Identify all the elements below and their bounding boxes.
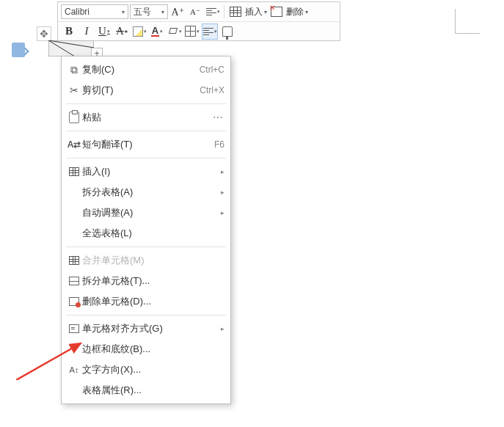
sidebar-document-icon[interactable] [12,43,25,57]
chevron-down-icon: ▾ [305,9,308,15]
font-color-icon: A [151,26,159,37]
copy-icon: ⧉ [66,64,82,76]
insert-label: 插入 [244,6,264,18]
menu-table-properties-label: 表格属性(R)... [82,384,224,397]
menu-delete-cells[interactable]: 删除单元格(D)... [62,291,230,312]
menu-borders-shading[interactable]: 边框和底纹(B)... [62,339,230,360]
table-move-handle[interactable]: ✥ [37,26,51,41]
menu-split-table[interactable]: 拆分表格(A) ▸ [62,182,230,202]
menu-borders-shading-label: 边框和底纹(B)... [82,343,224,356]
chevron-down-icon: ▾ [161,9,164,15]
menu-cell-alignment-label: 单元格对齐方式(G) [82,322,217,335]
menu-translate[interactable]: A⇄ 短句翻译(T) F6 [62,134,230,155]
alignment-button[interactable] [202,23,218,40]
italic-button[interactable]: I [78,23,95,40]
chevron-down-icon: ▾ [264,9,267,15]
font-size-combo[interactable]: 五号 ▾ [130,4,168,19]
menu-paste-label: 粘贴 [82,111,213,124]
font-name-value: Calibri [65,7,90,17]
menu-text-direction[interactable]: A↕ 文字方向(X)... [62,360,230,380]
separator [224,5,224,18]
bold-button[interactable]: B [61,23,77,40]
menu-cut[interactable]: ✂ 剪切(T) Ctrl+X [62,80,230,101]
submenu-arrow-icon: ▸ [217,325,224,332]
menu-delete-cells-label: 删除单元格(D)... [82,295,224,308]
submenu-arrow-icon: ▸ [217,189,224,196]
more-icon: ⋯ [213,112,224,123]
line-spacing-button[interactable] [205,4,221,20]
text-direction-icon: A↕ [66,365,82,374]
align-icon [203,28,213,35]
separator [66,103,226,104]
menu-translate-label: 短句翻译(T) [82,138,191,151]
split-cells-icon [66,277,82,285]
format-painter-icon [222,26,233,37]
menu-cut-label: 剪切(T) [82,84,191,97]
menu-cut-accel: Ctrl+X [191,85,224,95]
separator [66,131,226,131]
cell-align-icon [66,324,82,333]
menu-split-table-label: 拆分表格(A) [82,186,217,199]
borders-icon [185,26,196,37]
menu-split-cells[interactable]: 拆分单元格(T)... [62,271,230,291]
delete-table-group[interactable]: 删除 ▾ [269,4,308,20]
underline-button[interactable]: U [96,23,112,40]
translate-icon: A⇄ [66,139,82,150]
highlight-icon [133,26,143,37]
highlight-button[interactable] [131,23,147,40]
menu-table-properties[interactable]: 表格属性(R)... [62,380,230,401]
menu-autofit-label: 自动调整(A) [82,206,217,219]
merge-cells-icon [66,256,82,265]
page-corner [455,9,480,34]
table-icon [66,167,82,176]
scissors-icon: ✂ [66,84,82,96]
delete-label: 删除 [285,6,305,18]
menu-autofit[interactable]: 自动调整(A) ▸ [62,202,230,223]
menu-insert[interactable]: 插入(I) ▸ [62,161,230,182]
menu-text-direction-label: 文字方向(X)... [82,363,224,376]
submenu-arrow-icon: ▸ [217,168,224,175]
chevron-down-icon: ▾ [122,9,125,15]
menu-copy[interactable]: ⧉ 复制(C) Ctrl+C [62,59,230,80]
shading-button[interactable] [167,23,183,40]
menu-select-table-label: 全选表格(L) [82,227,224,240]
borders-button[interactable] [184,23,200,40]
menu-split-cells-label: 拆分单元格(T)... [82,274,224,288]
bucket-icon [168,26,178,37]
delete-cells-icon [66,297,82,306]
menu-merge-cells-label: 合并单元格(M) [82,254,224,267]
context-menu: ⧉ 复制(C) Ctrl+C ✂ 剪切(T) Ctrl+X 粘贴 ⋯ A⇄ 短句… [61,56,231,404]
grow-font-button[interactable]: A⁺ [169,4,186,20]
menu-merge-cells: 合并单元格(M) [62,250,230,271]
format-painter-button[interactable] [219,23,235,40]
submenu-arrow-icon: ▸ [217,209,224,216]
menu-cell-alignment[interactable]: 单元格对齐方式(G) ▸ [62,318,230,339]
separator [66,158,226,158]
menu-insert-label: 插入(I) [82,165,217,178]
menu-copy-accel: Ctrl+C [191,65,224,75]
menu-paste[interactable]: 粘贴 ⋯ [62,107,230,128]
paste-icon [66,112,82,123]
font-size-value: 五号 [134,6,151,18]
table-insert-icon [230,7,241,17]
table-delete-icon [271,7,282,17]
separator [66,247,226,247]
svg-line-1 [48,40,94,48]
line-spacing-icon [206,8,216,15]
formatting-toolbar: Calibri ▾ 五号 ▾ A⁺ A⁻ 插入 ▾ 删除 ▾ B I U A A [57,1,340,41]
menu-copy-label: 复制(C) [82,63,191,76]
menu-select-table[interactable]: 全选表格(L) [62,223,230,244]
font-color-button[interactable]: A [149,23,165,40]
insert-table-group[interactable]: 插入 ▾ [227,4,267,20]
strikethrough-button[interactable]: A [114,23,130,40]
separator [66,315,226,315]
font-name-combo[interactable]: Calibri ▾ [61,4,128,19]
menu-translate-accel: F6 [191,139,224,150]
shrink-font-button[interactable]: A⁻ [187,4,203,20]
